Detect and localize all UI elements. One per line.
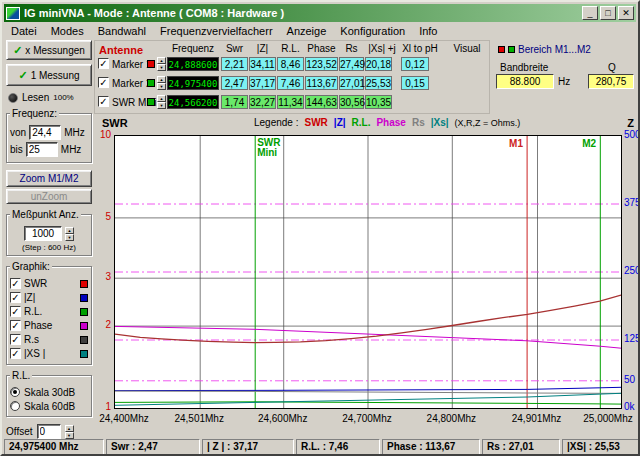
spinner-down-icon[interactable]: ▼ [157,83,166,90]
marker-value-cell: 144,63 [305,95,338,109]
graphik-label: |XS | [24,348,77,359]
minimize-button[interactable]: _ [582,6,598,20]
menu-item-info[interactable]: Info [412,24,444,38]
marker-row: ✓SWR Mini.▲▼24,5662001,7432,2711,34144,6… [95,95,489,110]
zoom-label: Zoom M1/M2 [20,173,79,184]
status-segment: 24,975400 Mhz [4,439,104,455]
marker-value-cell: 27,01 [339,76,364,90]
bereich-panel: Bereich M1...M2 Bandbreite Q 88.800 Hz 2… [492,42,638,112]
status-segment: |XS| : 25,53 [562,439,640,455]
menu-item-modes[interactable]: Modes [44,24,91,38]
maximize-button[interactable]: □ [600,6,616,20]
x-messungen-button[interactable]: ✓ x Messungen [6,40,92,60]
app-window: IG miniVNA - Mode : Antenne ( COM8 : Har… [0,0,640,456]
x-messungen-label: x Messungen [25,45,84,56]
right-axis-tick: 0k [624,401,635,412]
graphik-item-phase: ✓Phase [10,319,88,332]
marker-spinner[interactable]: ▲▼ [157,76,166,90]
frequenz-group: Frequenz: von MHz bis MHz [6,113,92,163]
legend-title: Legende : [254,117,299,128]
right-axis-tick: 125 [624,333,640,344]
spinner-down-icon[interactable]: ▼ [157,64,166,71]
unzoom-button[interactable]: unZoom [6,189,92,204]
left-axis-tick: 5 [94,211,111,222]
spinner-up-icon[interactable]: ▲ [157,95,166,102]
right-axis-tick: 500 [624,129,640,140]
menu-item-anzeige[interactable]: Anzeige [280,24,334,38]
check-icon: ✓ [13,44,22,57]
radio-label: Skala 30dB [24,387,75,398]
status-segment: Rs : 27,01 [482,439,560,455]
menu-item-konfiguration[interactable]: Konfiguration [333,24,412,38]
marker-spinner[interactable]: ▲▼ [157,95,166,109]
messpunkt-spinner[interactable]: ▲▼ [65,227,74,241]
menu-item-bandwahl[interactable]: Bandwahl [91,24,153,38]
left-axis-tick: 3 [94,271,111,282]
offset-spinner[interactable]: ▲▼ [65,425,74,439]
graphik-label: SWR [24,278,77,289]
right-axis-tick: 50 [624,374,635,385]
menu-item-frequenzvervielfacherr[interactable]: Frequenzvervielfacherr [153,24,280,38]
trace-color-swatch [80,280,88,288]
bandbreite-value: 88.800 [496,74,554,89]
legend-entry-rs: Rs [412,117,425,128]
close-button[interactable]: ✕ [618,6,634,20]
spinner-up-icon[interactable]: ▲ [65,227,74,234]
graphik-checkbox-z[interactable]: ✓ [10,292,21,303]
bandbreite-unit: Hz [558,76,570,87]
trace-color-swatch [80,322,88,330]
marker-label: Mini [257,147,277,158]
spinner-up-icon[interactable]: ▲ [65,425,74,432]
left-axis-tick: 2 [94,319,111,330]
trace-color-swatch [80,308,88,316]
marker-visible-checkbox[interactable]: ✓ [98,58,109,69]
spinner-down-icon[interactable]: ▼ [65,234,74,241]
graphik-checkbox-r-l[interactable]: ✓ [10,306,21,317]
radio-option-skala-30db[interactable]: Skala 30dB [10,385,88,399]
spinner-up-icon[interactable]: ▲ [157,76,166,83]
plot-region[interactable] [114,135,622,409]
graphik-item-swr: ✓SWR [10,277,88,290]
graphik-checkbox-r-s[interactable]: ✓ [10,334,21,345]
window-title: IG miniVNA - Mode : Antenne ( COM8 : Har… [24,7,580,19]
marker-visible-checkbox[interactable]: ✓ [98,77,109,88]
radio-option-skala-60db[interactable]: Skala 60dB [10,399,88,413]
graphik-checkbox-swr[interactable]: ✓ [10,278,21,289]
bis-input[interactable] [26,142,58,157]
marker-value-cell: 1,74 [221,95,248,109]
x-axis-tick: 24,400Mhz [96,413,152,424]
messpunkt-group-title: Meßpunkt Anz. [10,209,81,220]
status-segment: Phase : 113,67 [382,439,480,455]
bereich-title-row: Bereich M1...M2 [498,44,591,55]
graphik-checkbox-xs[interactable]: ✓ [10,348,21,359]
messpunkt-input[interactable] [24,226,62,241]
offset-input[interactable] [37,424,61,439]
marker-label: M2 [582,138,596,149]
marker-name: Marker 1 [112,59,151,70]
menu-item-datei[interactable]: Datei [4,24,44,38]
x-axis-tick: 24,501Mhz [171,413,227,424]
column-header-r-l: R.L. [277,43,304,54]
status-segment: R.L. : 7,46 [296,439,380,455]
status-segment: | Z | : 37,17 [202,439,294,455]
trace-color-swatch [80,350,88,358]
q-label: Q [608,62,616,73]
marker-value-cell: 30,56 [339,95,364,109]
von-input[interactable] [29,125,61,140]
spinner-up-icon[interactable]: ▲ [157,57,166,64]
spinner-down-icon[interactable]: ▼ [65,432,74,439]
marker-color-swatch [147,98,155,106]
legend-entry-xs: |Xs| [431,117,449,128]
lesen-percent: 100% [53,93,73,102]
one-messung-button[interactable]: ✓ 1 Messung [6,64,92,86]
zoom-m1-m2-button[interactable]: Zoom M1/M2 [6,170,92,187]
marker-frequency-display: 24,975400 [167,76,219,90]
marker-spinner[interactable]: ▲▼ [157,57,166,71]
right-axis-tick: 375 [624,197,640,208]
legend-entry-z: |Z| [334,117,346,128]
graphik-label: R.L. [24,306,77,317]
graphik-checkbox-phase[interactable]: ✓ [10,320,21,331]
marker-visible-checkbox[interactable]: ✓ [98,96,109,107]
x-axis-tick: 24,600Mhz [255,413,311,424]
spinner-down-icon[interactable]: ▼ [157,102,166,109]
